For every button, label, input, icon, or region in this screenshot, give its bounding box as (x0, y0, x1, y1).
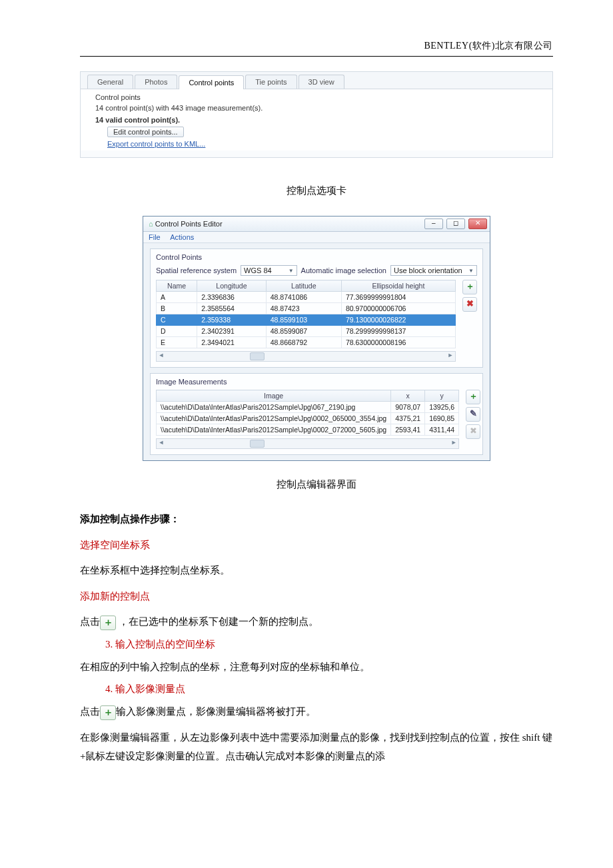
header-rule (80, 56, 553, 57)
col-y[interactable]: y (425, 390, 459, 402)
window-minimize-icon[interactable]: – (424, 218, 443, 229)
chevron-down-icon: ▼ (468, 268, 474, 274)
col-height[interactable]: Ellipsoidal height (341, 280, 455, 292)
document-header: BENTLEY(软件)北京有限公司 (80, 40, 553, 52)
tab-general[interactable]: General (87, 75, 133, 89)
col-longitude[interactable]: Longitude (197, 280, 267, 292)
col-x[interactable]: x (391, 390, 425, 402)
ais-label: Automatic image selection (301, 266, 386, 274)
control-points-summary: 14 control point(s) with 443 image measu… (95, 104, 543, 112)
menu-actions[interactable]: Actions (170, 233, 194, 241)
caption-2: 控制点编辑器界面 (80, 478, 553, 491)
fieldset-title: Control points (95, 93, 543, 101)
control-points-editor-window: Control Points Editor – ◻ ✕ File Actions… (143, 216, 490, 461)
window-close-icon[interactable]: ✕ (468, 218, 487, 229)
plus-icon: ＋ (100, 616, 116, 630)
menu-file[interactable]: File (149, 233, 161, 241)
plus-icon: ＋ (100, 705, 116, 720)
step2-title: 添加新的控制点 (80, 587, 553, 606)
step1-title: 选择空间坐标系 (80, 536, 553, 555)
valid-control-points-line: 14 valid control point(s). (95, 116, 543, 124)
control-points-panel: Control Points Spatial reference system … (150, 248, 483, 368)
srs-combo[interactable]: WGS 84 ▼ (241, 265, 297, 276)
tab-photos[interactable]: Photos (135, 75, 177, 89)
horizontal-scrollbar[interactable]: ◄► (156, 438, 459, 449)
edit-control-points-button[interactable]: Edit control points... (107, 127, 184, 137)
paragraph-5: 在影像测量编辑器重，从左边影像列表中选中需要添加测量点的影像，找到找到控制点的位… (80, 728, 553, 766)
steps-heading: 添加控制点操作步骤： (80, 510, 553, 529)
tab-tie-points[interactable]: Tie points (245, 75, 297, 89)
step4-text: 点击＋输入影像测量点，影像测量编辑器将被打开。 (80, 702, 553, 721)
step3-text: 在相应的列中输入控制点的坐标，注意每列对应的坐标轴和单位。 (80, 657, 553, 677)
step2-text: 点击＋ ，在已选中的坐标系下创建一个新的控制点。 (80, 612, 553, 632)
delete-measurement-icon[interactable]: ✖ (466, 424, 480, 439)
tab-control-points[interactable]: Control points (179, 75, 244, 89)
export-kml-link[interactable]: Export control points to KML... (107, 140, 205, 148)
col-latitude[interactable]: Latitude (266, 280, 341, 292)
window-maximize-icon[interactable]: ◻ (446, 218, 465, 229)
table-row[interactable]: \\acuteh\D\Data\InterAtlas\Paris2012Samp… (157, 413, 459, 424)
table-row[interactable]: E2.349402148.866879278.6300000008196 (157, 337, 456, 348)
image-measurements-table: Image x y \\acuteh\D\Data\InterAtlas\Par… (156, 390, 459, 436)
image-measurements-panel: Image Measurements Image x y \\acuteh\D\… (150, 373, 483, 455)
table-row[interactable]: D2.340239148.859908778.2999999998137 (157, 326, 456, 337)
tab-strip: General Photos Control points Tie points… (81, 72, 552, 89)
chevron-down-icon: ▼ (289, 268, 294, 274)
table-row-selected[interactable]: C2.35933848.859910379.1300000026822 (157, 314, 456, 326)
delete-control-point-icon[interactable]: ✖ (462, 297, 477, 312)
control-points-table: Name Longitude Latitude Ellipsoidal heig… (156, 280, 456, 348)
srs-label: Spatial reference system (156, 266, 237, 274)
add-control-point-icon[interactable]: ＋ (462, 280, 477, 294)
step1-text: 在坐标系框中选择控制点坐标系。 (80, 561, 553, 580)
control-points-panel-title: Control Points (156, 253, 477, 261)
image-measurements-panel-title: Image Measurements (156, 378, 477, 386)
table-row[interactable]: \\acuteh\D\Data\InterAtlas\Paris2012Samp… (157, 424, 459, 436)
window-titlebar: Control Points Editor – ◻ ✕ (143, 217, 490, 232)
table-row[interactable]: \\acuteh\D\Data\InterAtlas\Paris2012Samp… (157, 402, 459, 413)
step3-title: 3. 输入控制点的空间坐标 (105, 638, 553, 651)
menu-bar: File Actions (143, 232, 490, 243)
ais-value: Use block orientation (394, 266, 462, 274)
add-measurement-icon[interactable]: ＋ (466, 390, 480, 404)
edit-measurement-icon[interactable]: ✎ (466, 407, 480, 422)
srs-value: WGS 84 (244, 266, 272, 274)
col-image[interactable]: Image (157, 390, 391, 402)
ais-combo[interactable]: Use block orientation ▼ (390, 265, 477, 276)
tab-3d-view[interactable]: 3D view (299, 75, 344, 89)
table-row[interactable]: B2.358556448.8742380.9700000006706 (157, 303, 456, 314)
col-name[interactable]: Name (157, 280, 197, 292)
caption-1: 控制点选项卡 (80, 185, 553, 197)
control-points-tab-screenshot: General Photos Control points Tie points… (80, 71, 553, 158)
table-row[interactable]: A2.339683648.874108677.3699999991804 (157, 292, 456, 303)
step4-title: 4. 输入影像测量点 (105, 683, 553, 695)
horizontal-scrollbar[interactable]: ◄► (156, 351, 456, 362)
window-title: Control Points Editor (149, 220, 223, 228)
